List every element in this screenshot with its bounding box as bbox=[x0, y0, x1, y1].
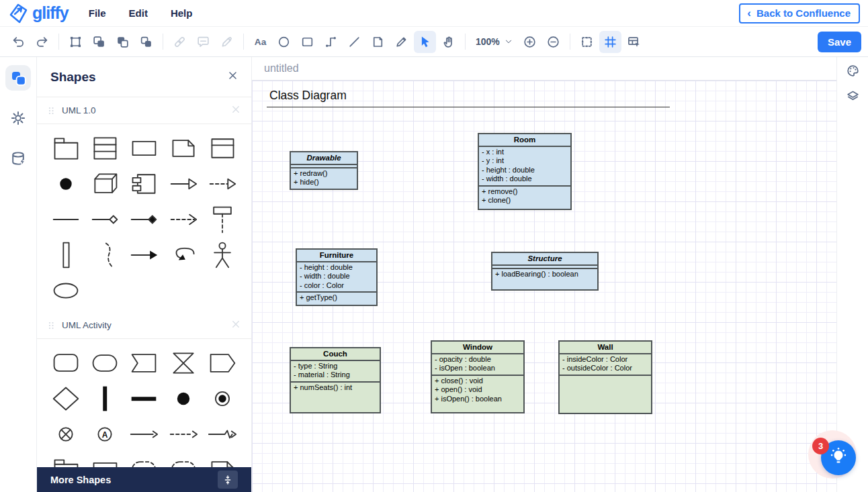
class-methods bbox=[560, 376, 651, 413]
send-backward-tool-icon[interactable] bbox=[135, 31, 157, 53]
shape-hourglass[interactable] bbox=[164, 345, 203, 381]
uml-class-drawable[interactable]: Drawable+ redraw()+ hide() bbox=[290, 151, 358, 190]
diagram-title-text[interactable]: Class Diagram bbox=[269, 89, 347, 103]
shape-control-flow-arrow[interactable] bbox=[124, 416, 163, 452]
shapes-panel: Shapes UML 1.0 UML Activity A More Shape… bbox=[37, 57, 252, 492]
menu-help[interactable]: Help bbox=[171, 7, 193, 19]
section-header-uml-activity[interactable]: UML Activity bbox=[37, 312, 251, 339]
shape-stadium[interactable] bbox=[85, 345, 124, 381]
grid-tool-icon[interactable] bbox=[599, 31, 621, 53]
document-title: untitled bbox=[264, 62, 299, 75]
shape-filled-circle[interactable] bbox=[46, 166, 85, 201]
menu-edit[interactable]: Edit bbox=[129, 7, 148, 19]
note-tool-icon[interactable] bbox=[367, 31, 389, 53]
zoom-level-select[interactable]: 100% bbox=[470, 36, 518, 47]
line-tool-icon[interactable] bbox=[343, 31, 365, 53]
shape-circle-a[interactable]: A bbox=[85, 416, 124, 452]
shape-package[interactable] bbox=[46, 130, 85, 166]
shape-cube[interactable] bbox=[85, 166, 124, 201]
shape-self-message-arrow[interactable] bbox=[164, 237, 203, 273]
zoom-in-tool-icon[interactable] bbox=[519, 31, 541, 53]
rectangle-tool-icon[interactable] bbox=[296, 31, 318, 53]
class-name: Room bbox=[479, 134, 570, 147]
shape-dashed-flow-arrow[interactable] bbox=[164, 416, 203, 452]
zoom-out-tool-icon[interactable] bbox=[542, 31, 564, 53]
shape-actor[interactable] bbox=[203, 237, 242, 273]
shape-action[interactable] bbox=[46, 345, 85, 381]
shape-flow-final[interactable] bbox=[46, 416, 85, 452]
shape-lifeline[interactable] bbox=[203, 201, 242, 237]
rail-shapes-icon[interactable] bbox=[5, 65, 31, 91]
shape-generalization-arrow[interactable] bbox=[164, 166, 203, 201]
shape-interrupt-arrow[interactable] bbox=[203, 416, 242, 452]
rail-settings-icon[interactable] bbox=[5, 105, 31, 131]
shape-dependency-arrow[interactable] bbox=[164, 201, 203, 237]
group-tool-icon[interactable] bbox=[88, 31, 110, 53]
shape-final-node[interactable] bbox=[203, 381, 242, 416]
shape-object[interactable] bbox=[203, 130, 242, 166]
uml-class-room[interactable]: Room- x : int- y : int- height : double-… bbox=[478, 133, 572, 210]
document-title-tab[interactable]: untitled bbox=[252, 57, 836, 81]
shape-fork-bar-vertical[interactable] bbox=[85, 381, 124, 416]
drag-handle-icon[interactable] bbox=[48, 107, 56, 115]
menu-file[interactable]: File bbox=[89, 7, 106, 19]
shape-initial-node[interactable] bbox=[164, 381, 203, 416]
shape-use-case-ellipse[interactable] bbox=[46, 273, 85, 308]
shape-line[interactable] bbox=[46, 201, 85, 237]
shape-library-tool-icon[interactable] bbox=[623, 31, 645, 53]
back-to-confluence-button[interactable]: ‹ Back to Confluence bbox=[739, 3, 860, 23]
shape-rectangle[interactable] bbox=[124, 130, 163, 166]
uml-class-furniture[interactable]: Furniture- height : double- width : doub… bbox=[296, 248, 378, 306]
drag-handle-icon[interactable] bbox=[48, 322, 56, 330]
back-button-label: Back to Confluence bbox=[756, 7, 851, 19]
gliffy-logo-icon bbox=[8, 3, 28, 23]
section-close-icon[interactable] bbox=[231, 105, 241, 117]
text-tool-icon[interactable]: Aa bbox=[249, 31, 271, 53]
pointer-tool-icon[interactable] bbox=[414, 31, 436, 53]
pan-hand-tool-icon[interactable] bbox=[437, 31, 460, 53]
shape-join-bar-horizontal[interactable] bbox=[124, 381, 163, 416]
uml-class-window[interactable]: Window- opacity : double- isOpen : boole… bbox=[431, 340, 525, 413]
uml-class-structure[interactable]: Structure+ loadBearing() : boolean bbox=[491, 252, 599, 291]
lightbulb-icon bbox=[828, 448, 849, 468]
drawing-canvas[interactable]: untitled Class Diagram Drawable+ redraw(… bbox=[252, 57, 836, 492]
shape-class[interactable] bbox=[85, 130, 124, 166]
section-close-icon[interactable] bbox=[231, 319, 241, 332]
shape-constraint-brace[interactable] bbox=[85, 237, 124, 273]
diagram-title-underline[interactable] bbox=[267, 107, 670, 107]
shape-composition[interactable] bbox=[124, 201, 163, 237]
pencil-tool-icon[interactable] bbox=[390, 31, 413, 53]
shape-message-arrow[interactable] bbox=[124, 237, 163, 273]
undo-tool-icon[interactable] bbox=[7, 31, 30, 53]
shape-decision-diamond[interactable] bbox=[46, 381, 85, 416]
canvas-grid[interactable]: Class Diagram Drawable+ redraw()+ hide()… bbox=[252, 81, 836, 492]
close-icon[interactable] bbox=[228, 70, 238, 83]
shape-receive-signal[interactable] bbox=[124, 345, 163, 381]
layers-icon[interactable] bbox=[846, 89, 860, 106]
shape-activation[interactable] bbox=[46, 237, 85, 273]
theme-palette-icon[interactable] bbox=[846, 64, 860, 81]
marquee-select-tool-icon[interactable] bbox=[64, 31, 87, 53]
main-area: Shapes UML 1.0 UML Activity A More Shape… bbox=[0, 57, 868, 492]
uml-class-wall[interactable]: Wall- insideColor : Color- outsideColor … bbox=[558, 340, 652, 414]
section-header-uml-1-0[interactable]: UML 1.0 bbox=[37, 97, 251, 124]
shape-dashed-generalization-arrow[interactable] bbox=[203, 166, 242, 201]
bring-forward-tool-icon[interactable] bbox=[112, 31, 134, 53]
gliffy-logo[interactable]: gliffy bbox=[8, 3, 69, 23]
collapse-panel-button[interactable] bbox=[218, 471, 238, 489]
uml-class-couch[interactable]: Couch- type : String- material : String+… bbox=[290, 347, 381, 413]
ellipse-tool-icon[interactable] bbox=[273, 31, 295, 53]
shape-send-signal[interactable] bbox=[203, 345, 242, 381]
rail-data-icon[interactable] bbox=[5, 146, 31, 171]
class-methods: + getType() bbox=[297, 293, 376, 305]
shape-aggregation[interactable] bbox=[85, 201, 124, 237]
shape-component[interactable] bbox=[124, 166, 163, 201]
save-button[interactable]: Save bbox=[818, 32, 861, 52]
menu-bar: gliffy FileEditHelp ‹ Back to Confluence bbox=[0, 0, 868, 27]
shape-note[interactable] bbox=[164, 130, 203, 166]
more-shapes-bar[interactable]: More Shapes bbox=[37, 467, 251, 492]
snap-to-grid-tool-icon[interactable] bbox=[576, 31, 598, 53]
connector-tool-icon[interactable] bbox=[320, 31, 342, 53]
section-label: UML Activity bbox=[62, 320, 112, 330]
redo-tool-icon[interactable] bbox=[31, 31, 53, 53]
